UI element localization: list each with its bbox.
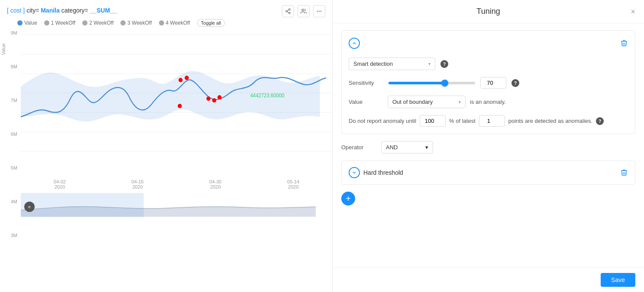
anomaly-dot-3: [178, 104, 181, 108]
chart-city-label: city=: [26, 7, 39, 14]
svg-point-1: [286, 10, 288, 12]
svg-point-0: [289, 9, 291, 10]
chart-icons: [282, 5, 325, 17]
anomaly-dot-6: [217, 95, 221, 99]
scroll-button[interactable]: ≡: [24, 202, 35, 212]
x-label-0416: 04-162020: [132, 179, 144, 189]
legend-3weekoff-label: 3 WeekOff: [127, 20, 152, 26]
hard-threshold-title: Hard threshold: [363, 169, 403, 176]
sensitivity-label: Sensitivity: [349, 80, 383, 86]
mini-chart-area: ≡: [21, 193, 332, 221]
mini-chart-svg: [21, 193, 332, 219]
save-button[interactable]: Save: [601, 273, 635, 287]
sensitivity-help-icon[interactable]: ?: [511, 79, 519, 87]
chart-tooltip-value: 4442723.60000: [250, 93, 285, 98]
legend-3weekoff-dot: [120, 20, 126, 26]
delete-icon-1[interactable]: [620, 39, 628, 47]
legend-2weekoff-label: 2 WeekOff: [89, 20, 113, 26]
chart-sum-value: __SUM__: [90, 7, 117, 14]
add-condition-button[interactable]: +: [341, 192, 355, 205]
sensitivity-slider[interactable]: [388, 82, 475, 84]
chart-area: [ cost ] city= Manila category= __SUM__ …: [0, 0, 332, 292]
condition-card-1: Smart detection ▾ ? Sensitivity ? Value …: [341, 30, 635, 134]
chart-container: Value 9M 8M 7M 6M 5M 4M 3M: [0, 30, 332, 238]
svg-line-4: [287, 10, 289, 11]
hard-card-header: Hard threshold: [349, 167, 628, 178]
chart-icon-more[interactable]: [313, 5, 325, 17]
report-row: Do not report anomaly until % of latest …: [349, 115, 628, 127]
svg-point-2: [289, 12, 291, 14]
collapse-button-1[interactable]: [349, 38, 360, 49]
chart-city-value: Manila: [41, 7, 60, 14]
panel-header: Tuning ×: [333, 0, 644, 23]
chart-title-bracket: [ cost ]: [7, 7, 25, 14]
main-chart-svg: 4442723.60000: [21, 30, 332, 177]
svg-point-7: [321, 11, 321, 11]
operator-dropdown[interactable]: AND ▾: [381, 141, 433, 154]
hard-card-title-group: Hard threshold: [349, 167, 403, 178]
operator-row: Operator AND ▾: [341, 141, 635, 154]
detection-method-row: Smart detection ▾ ?: [349, 58, 628, 70]
x-axis-labels: 04-022020 04-162020 04-302020 05-142020: [21, 177, 332, 191]
legend-1weekoff-dot: [44, 20, 49, 26]
percent-suffix: % of latest: [449, 118, 476, 124]
anomaly-dot-5: [212, 98, 216, 103]
legend-4weekoff: 4 WeekOff: [159, 20, 190, 26]
add-row: +: [341, 192, 635, 205]
legend-4weekoff-label: 4 WeekOff: [166, 20, 190, 26]
delete-icon-2[interactable]: [620, 169, 628, 176]
detection-help-icon[interactable]: ?: [440, 60, 448, 68]
collapse-button-2[interactable]: [349, 167, 360, 178]
percent-input[interactable]: [420, 115, 446, 127]
legend-1weekoff-label: 1 WeekOff: [51, 20, 75, 26]
anomaly-text: is an anomaly.: [470, 99, 506, 105]
chart-icon-share[interactable]: [282, 5, 294, 17]
value-anomaly-row: Value Out of boundary ▾ is an anomaly.: [349, 96, 628, 108]
dropdown-arrow-2: ▾: [459, 99, 461, 104]
card-1-header-left: [349, 38, 360, 49]
toggle-all-button[interactable]: Toggle all: [197, 19, 225, 27]
svg-point-6: [319, 11, 319, 11]
x-label-0430: 04-302020: [209, 179, 221, 189]
dropdown-arrow-1: ▾: [428, 61, 430, 66]
svg-point-5: [302, 9, 304, 11]
legend: Value 1 WeekOff 2 WeekOff 3 WeekOff 4 We…: [0, 17, 332, 30]
sensitivity-row: Sensitivity ?: [349, 77, 628, 89]
legend-2weekoff: 2 WeekOff: [82, 20, 113, 26]
chart-category-eq: category=: [61, 7, 88, 14]
mini-chart-selection[interactable]: [21, 193, 144, 217]
x-label-0514: 05-142020: [287, 179, 299, 189]
x-label-0402: 04-022020: [54, 179, 66, 189]
operator-label: Operator: [341, 144, 376, 151]
panel-title: Tuning: [476, 7, 500, 16]
anomaly-dot-4: [207, 96, 210, 101]
panel-footer: Save: [333, 267, 644, 292]
points-input[interactable]: [479, 115, 505, 127]
y-axis-labels: 9M 8M 7M 6M 5M 4M 3M: [0, 30, 19, 238]
value-label: Value: [349, 99, 383, 105]
detection-method-value: Smart detection: [353, 61, 393, 67]
legend-value: Value: [17, 20, 37, 26]
slider-thumb[interactable]: [441, 80, 448, 87]
legend-2weekoff-dot: [82, 20, 87, 26]
report-help-icon[interactable]: ?: [596, 117, 604, 125]
legend-value-label: Value: [24, 20, 37, 26]
close-button[interactable]: ×: [631, 8, 635, 16]
svg-point-8: [317, 11, 317, 11]
anomaly-dot-2: [184, 76, 188, 80]
panel-body: Smart detection ▾ ? Sensitivity ? Value …: [333, 23, 644, 267]
legend-3weekoff: 3 WeekOff: [120, 20, 152, 26]
legend-1weekoff: 1 WeekOff: [44, 20, 75, 26]
operator-arrow: ▾: [425, 144, 428, 151]
legend-value-dot: [17, 20, 23, 26]
tuning-panel: Tuning × Smart detection ▾ ?: [332, 0, 644, 292]
card-1-header: [349, 38, 628, 49]
hard-threshold-card: Hard threshold: [341, 160, 635, 185]
legend-4weekoff-dot: [159, 20, 164, 26]
sensitivity-input[interactable]: [480, 77, 506, 89]
value-dropdown[interactable]: Out of boundary ▾: [388, 96, 466, 108]
chart-icon-users[interactable]: [298, 5, 310, 17]
detection-method-dropdown[interactable]: Smart detection ▾: [349, 58, 435, 70]
anomaly-dot-1: [178, 78, 182, 82]
points-suffix: points are detected as anomalies.: [508, 118, 592, 124]
